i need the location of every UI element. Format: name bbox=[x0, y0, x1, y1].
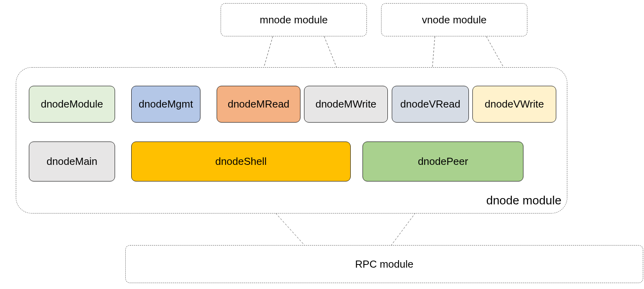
mnode-module-box: mnode module bbox=[221, 3, 367, 36]
dnodeMWrite-box: dnodeMWrite bbox=[304, 86, 388, 123]
dnode-module-label: dnode module bbox=[486, 194, 561, 207]
dnodePeer-label: dnodePeer bbox=[418, 155, 468, 168]
dnodeModule-label: dnodeModule bbox=[41, 98, 103, 110]
dnodeVWrite-label: dnodeVWrite bbox=[485, 98, 544, 110]
dnodeShell-box: dnodeShell bbox=[131, 142, 351, 181]
dnodeShell-label: dnodeShell bbox=[215, 155, 266, 168]
dnodeMWrite-label: dnodeMWrite bbox=[315, 98, 376, 110]
mnode-module-label: mnode module bbox=[260, 14, 328, 26]
dnodeMain-label: dnodeMain bbox=[47, 155, 98, 168]
vnode-module-label: vnode module bbox=[422, 14, 486, 26]
dnodeMain-box: dnodeMain bbox=[29, 142, 115, 181]
dnodeMgmt-box: dnodeMgmt bbox=[131, 86, 200, 123]
dnodeModule-box: dnodeModule bbox=[29, 86, 115, 123]
dnodePeer-box: dnodePeer bbox=[363, 142, 523, 181]
rpc-module-label: RPC module bbox=[355, 258, 413, 270]
dnodeVWrite-box: dnodeVWrite bbox=[472, 86, 556, 123]
rpc-module-box: RPC module bbox=[125, 245, 643, 283]
dnodeVRead-box: dnodeVRead bbox=[392, 86, 469, 123]
vnode-module-box: vnode module bbox=[381, 3, 527, 36]
dnodeMRead-box: dnodeMRead bbox=[217, 86, 300, 123]
dnodeVRead-label: dnodeVRead bbox=[400, 98, 461, 110]
dnodeMgmt-label: dnodeMgmt bbox=[139, 98, 193, 110]
dnodeMRead-label: dnodeMRead bbox=[228, 98, 289, 110]
